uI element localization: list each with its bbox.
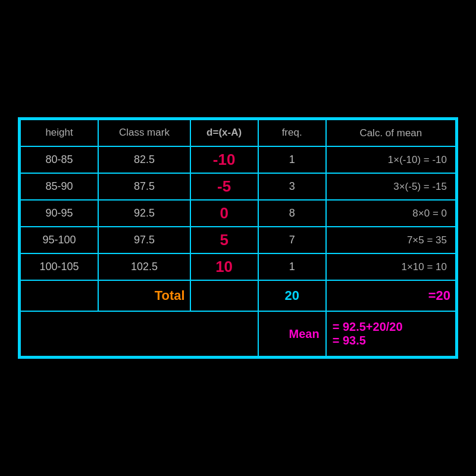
header-d: d=(x-A) — [190, 120, 258, 147]
classmark-cell: 97.5 — [98, 227, 190, 253]
freq-cell: 1 — [258, 253, 326, 280]
freq-cell: 1 — [258, 146, 326, 173]
height-cell: 90-95 — [20, 200, 98, 227]
d-cell: -5 — [190, 173, 258, 200]
stats-table-wrapper: height Class mark d=(x-A) freq. Calc. of… — [18, 117, 458, 359]
d-cell: -10 — [190, 146, 258, 173]
header-classmark: Class mark — [98, 120, 190, 147]
height-cell: 95-100 — [20, 227, 98, 253]
d-cell: 10 — [190, 253, 258, 280]
header-freq: freq. — [258, 120, 326, 147]
table-row: 100-105 102.5 10 1 1×10 = 10 — [20, 253, 456, 280]
table-row: 90-95 92.5 0 8 8×0 = 0 — [20, 200, 456, 227]
total-empty-1 — [20, 280, 98, 311]
header-row: height Class mark d=(x-A) freq. Calc. of… — [20, 120, 456, 147]
calc-cell: 3×(-5) = -15 — [326, 173, 456, 200]
d-cell: 5 — [190, 227, 258, 253]
freq-cell: 8 — [258, 200, 326, 227]
header-height: height — [20, 120, 98, 147]
calc-cell: 1×(-10) = -10 — [326, 146, 456, 173]
classmark-cell: 102.5 — [98, 253, 190, 280]
table-row: 80-85 82.5 -10 1 1×(-10) = -10 — [20, 146, 456, 173]
calc-cell: 8×0 = 0 — [326, 200, 456, 227]
total-calc: =20 — [326, 280, 456, 311]
total-row: Total 20 =20 — [20, 280, 456, 311]
mean-value: = 92.5+20/20 = 93.5 — [326, 311, 456, 356]
height-cell: 80-85 — [20, 146, 98, 173]
d-cell: 0 — [190, 200, 258, 227]
height-cell: 100-105 — [20, 253, 98, 280]
freq-cell: 7 — [258, 227, 326, 253]
calc-cell: 7×5 = 35 — [326, 227, 456, 253]
calc-cell: 1×10 = 10 — [326, 253, 456, 280]
mean-row: Mean = 92.5+20/20 = 93.5 — [20, 311, 456, 356]
height-cell: 85-90 — [20, 173, 98, 200]
stats-table: height Class mark d=(x-A) freq. Calc. of… — [20, 119, 456, 358]
classmark-cell: 82.5 — [98, 146, 190, 173]
header-calc-mean: Calc. of mean — [326, 120, 456, 147]
mean-empty — [20, 311, 258, 356]
classmark-cell: 92.5 — [98, 200, 190, 227]
table-row: 85-90 87.5 -5 3 3×(-5) = -15 — [20, 173, 456, 200]
mean-label: Mean — [258, 311, 326, 356]
total-freq: 20 — [258, 280, 326, 311]
table-row: 95-100 97.5 5 7 7×5 = 35 — [20, 227, 456, 253]
classmark-cell: 87.5 — [98, 173, 190, 200]
freq-cell: 3 — [258, 173, 326, 200]
total-label: Total — [98, 280, 190, 311]
total-empty-2 — [190, 280, 258, 311]
